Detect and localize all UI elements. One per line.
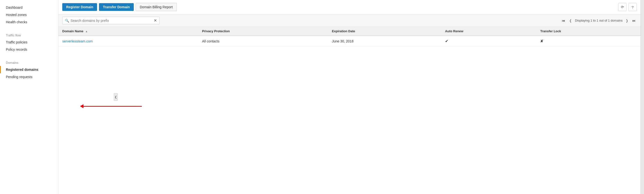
col-auto-renew: Auto Renew	[441, 27, 536, 36]
domains-table: Domain Name ▲ Privacy Protection Expirat…	[58, 27, 640, 47]
search-bar: 🔍 ✕ ⏮ ❬ Displaying 1 to 1 out of 1 domai…	[58, 14, 640, 27]
cross-icon: ✘	[540, 39, 543, 43]
pagination-text: Displaying 1 to 1 out of 1 domains	[575, 19, 622, 22]
section-traffic-flow: Traffic flow	[0, 30, 58, 39]
sidebar-item-label: Dashboard	[6, 5, 22, 9]
table-row: serverlessteam.comAll contactsJune 30, 2…	[58, 36, 640, 47]
col-transfer-lock: Transfer Lock	[536, 27, 640, 36]
toolbar: Register Domain Transfer Domain Domain B…	[58, 0, 640, 14]
transfer-domain-button[interactable]: Transfer Domain	[99, 3, 134, 11]
right-edge-bar	[640, 0, 644, 194]
col-privacy-protection: Privacy Protection	[198, 27, 328, 36]
section-domains: Domains	[0, 57, 58, 66]
cell-domain-name: serverlessteam.com	[58, 36, 198, 47]
domain-billing-report-button[interactable]: Domain Billing Report	[136, 3, 177, 11]
sidebar-item-registered-domains[interactable]: Registered domains	[0, 66, 58, 73]
sidebar-item-hosted-zones[interactable]: Hosted zones	[0, 11, 58, 18]
clear-search-icon[interactable]: ✕	[154, 18, 157, 23]
cell-expiration-date: June 30, 2018	[328, 36, 441, 47]
sidebar-item-label: Pending requests	[6, 75, 32, 79]
prev-page-button[interactable]: ❬	[568, 18, 573, 23]
help-icon: ?	[632, 5, 634, 9]
main-content: Register Domain Transfer Domain Domain B…	[58, 0, 640, 194]
sidebar-item-label: Traffic policies	[6, 40, 28, 44]
sort-icon: ▲	[85, 30, 88, 33]
sidebar-item-label: Policy records	[6, 48, 27, 51]
sidebar-item-traffic-policies[interactable]: Traffic policies	[0, 39, 58, 46]
domains-table-container: Domain Name ▲ Privacy Protection Expirat…	[58, 27, 640, 194]
sidebar-item-label: Health checks	[6, 20, 27, 24]
sidebar-item-dashboard[interactable]: Dashboard	[0, 4, 58, 11]
domain-name-link[interactable]: serverlessteam.com	[62, 39, 93, 43]
col-domain-name[interactable]: Domain Name ▲	[58, 27, 198, 36]
search-input-wrap: 🔍 ✕	[62, 17, 160, 24]
sidebar-item-label: Hosted zones	[6, 13, 27, 17]
last-page-button[interactable]: ⏭	[631, 18, 637, 23]
col-expiration-date: Expiration Date	[328, 27, 441, 36]
cell-privacy-protection: All contacts	[198, 36, 328, 47]
search-icon: 🔍	[65, 19, 69, 22]
help-button[interactable]: ?	[628, 3, 637, 11]
search-input[interactable]	[70, 19, 152, 22]
first-page-button[interactable]: ⏮	[561, 18, 566, 23]
sidebar: Dashboard Hosted zones Health checks Tra…	[0, 0, 58, 194]
sidebar-item-health-checks[interactable]: Health checks	[0, 18, 58, 26]
check-icon: ✔	[445, 39, 448, 43]
table-header-row: Domain Name ▲ Privacy Protection Expirat…	[58, 27, 640, 36]
next-page-button[interactable]: ❭	[624, 18, 630, 23]
sidebar-item-pending-requests[interactable]: Pending requests	[0, 73, 58, 81]
sidebar-item-policy-records[interactable]: Policy records	[0, 46, 58, 53]
register-domain-button[interactable]: Register Domain	[62, 3, 97, 11]
cell-transfer-lock: ✘	[536, 36, 640, 47]
cell-auto-renew: ✔	[441, 36, 536, 47]
refresh-button[interactable]: ⟳	[618, 3, 626, 11]
refresh-icon: ⟳	[621, 5, 624, 9]
sidebar-item-label: Registered domains	[6, 68, 38, 72]
sidebar-collapse-toggle[interactable]: ❮	[114, 93, 118, 101]
pagination-info: ⏮ ❬ Displaying 1 to 1 out of 1 domains ❭…	[561, 18, 637, 23]
